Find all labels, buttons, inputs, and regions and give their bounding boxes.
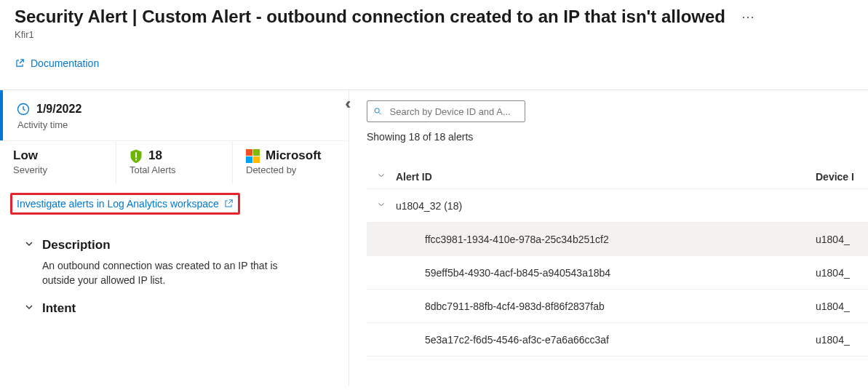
investigate-link[interactable]: Investigate alerts in Log Analytics work… (10, 193, 240, 215)
section-description-header[interactable]: Description (23, 238, 335, 252)
alert-id-cell: 59eff5b4-4930-4acf-b845-a940543a18b4 (396, 267, 816, 279)
alert-id-cell: 5e3a17c2-f6d5-4546-af3c-e7a6a66cc3af (396, 334, 816, 346)
more-actions-button[interactable]: ⋯ (737, 7, 760, 26)
activity-date: 1/9/2022 (36, 103, 81, 116)
summary-card: 1/9/2022 Activity time (0, 90, 349, 140)
metric-detected-by: Microsoft Detected by (233, 141, 349, 184)
metric-total-alerts: 18 Total Alerts (116, 141, 233, 184)
group-row[interactable]: u1804_32 (18) (367, 189, 868, 223)
right-pane: Showing 18 of 18 alerts Alert ID Device … (349, 90, 868, 386)
shield-icon (130, 148, 143, 163)
section-intent-title: Intent (42, 301, 76, 316)
device-id-cell: u1804_ (816, 234, 868, 245)
external-link-icon (223, 199, 234, 209)
column-device-id[interactable]: Device I (816, 171, 868, 183)
page-subtitle: Kfir1 (15, 29, 853, 40)
expand-all-toggle[interactable] (367, 170, 396, 183)
column-alert-id[interactable]: Alert ID (396, 171, 816, 183)
detected-by-label: Detected by (246, 164, 335, 175)
page-title: Security Alert | Custom Alert - outbound… (15, 6, 725, 28)
svg-point-3 (375, 108, 379, 113)
activity-time-label: Activity time (17, 119, 335, 130)
table-row[interactable]: ffcc3981-1934-410e-978a-25c34b251cf2u180… (367, 223, 868, 256)
device-id-cell: u1804_ (816, 267, 868, 279)
severity-value: Low (13, 148, 103, 163)
section-intent-header[interactable]: Intent (23, 301, 335, 316)
detected-by-value: Microsoft (266, 148, 322, 163)
device-id-cell: u1804_ (816, 334, 868, 346)
alert-id-cell: ffcc3981-1934-410e-978a-25c34b251cf2 (396, 234, 816, 245)
svg-rect-2 (135, 159, 137, 160)
clock-icon (16, 102, 31, 116)
total-alerts-label: Total Alerts (130, 164, 219, 175)
total-alerts-value: 18 (148, 148, 162, 163)
investigate-link-label: Investigate alerts in Log Analytics work… (17, 198, 219, 210)
external-link-icon (15, 58, 25, 68)
table-row[interactable]: 59eff5b4-4930-4acf-b845-a940543a18b4u180… (367, 256, 868, 290)
microsoft-logo-icon (246, 149, 260, 163)
documentation-label: Documentation (31, 57, 99, 69)
chevron-down-icon (23, 238, 35, 252)
metric-severity: Low Severity (0, 141, 116, 184)
chevron-down-icon (367, 199, 396, 212)
svg-rect-1 (135, 152, 137, 158)
left-pane: ‹‹ 1/9/2022 Activity time Low Severity 1… (0, 90, 349, 386)
device-id-cell: u1804_ (816, 301, 868, 312)
documentation-link[interactable]: Documentation (15, 57, 99, 69)
chevron-down-icon (23, 301, 35, 316)
section-description-title: Description (42, 238, 111, 252)
table-row[interactable]: 5e3a17c2-f6d5-4546-af3c-e7a6a66cc3afu180… (367, 323, 868, 357)
severity-label: Severity (13, 164, 103, 175)
table-row[interactable]: 8dbc7911-88fb-4cf4-983d-8f86f2837fabu180… (367, 290, 868, 323)
search-input[interactable] (389, 106, 519, 118)
section-description-body: An outbound connection was created to an… (23, 258, 285, 288)
search-box[interactable] (367, 100, 525, 122)
showing-count: Showing 18 of 18 alerts (367, 131, 868, 143)
group-label: u1804_32 (18) (396, 200, 816, 212)
search-icon (373, 106, 383, 116)
alerts-table: Alert ID Device I u1804_32 (18) ffcc3981… (367, 164, 868, 357)
alert-id-cell: 8dbc7911-88fb-4cf4-983d-8f86f2837fab (396, 301, 816, 312)
